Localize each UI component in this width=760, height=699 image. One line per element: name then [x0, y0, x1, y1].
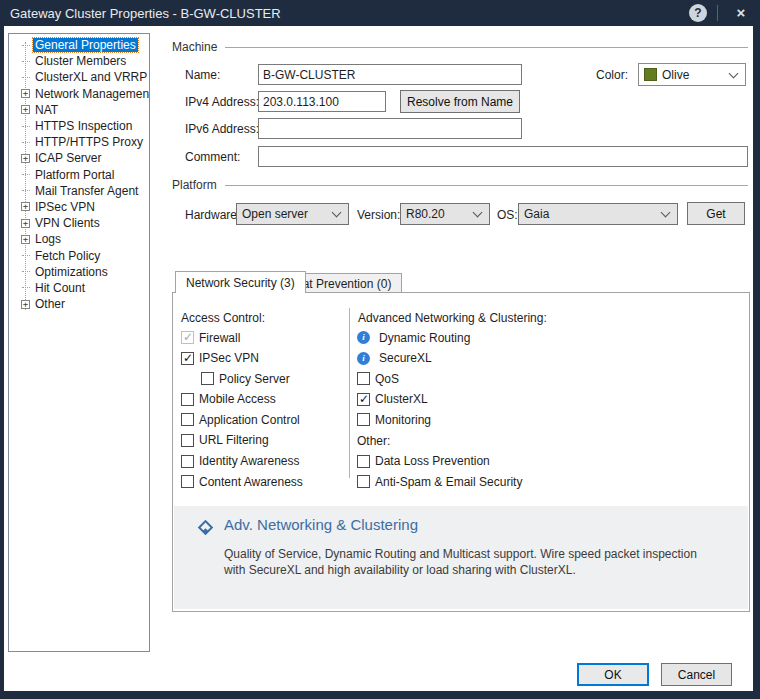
titlebar-divider: [717, 5, 718, 21]
name-input[interactable]: [258, 64, 522, 85]
ipv4-label: IPv4 Address:: [185, 95, 259, 109]
mobile-access-checkbox[interactable]: [181, 393, 194, 406]
tree-item-label: Mail Transfer Agent: [33, 184, 140, 198]
resolve-from-name-button[interactable]: Resolve from Name: [400, 90, 520, 113]
tree-item-https-inspection[interactable]: HTTPS Inspection: [9, 118, 149, 134]
tree-item-mail-transfer-agent[interactable]: Mail Transfer Agent: [9, 183, 149, 199]
color-label: Color:: [596, 68, 628, 82]
tree-connector: [22, 142, 30, 143]
gateway-cluster-properties-dialog: Gateway Cluster Properties - B-GW-CLUSTE…: [0, 0, 760, 699]
platform-group-header: Platform: [172, 178, 748, 192]
tree-item-general-properties[interactable]: General Properties: [9, 37, 149, 53]
tree-item-other[interactable]: +Other: [9, 296, 149, 312]
expand-icon[interactable]: +: [21, 105, 30, 114]
tree-item-label: General Properties: [33, 38, 138, 52]
feature-row-application-control: Application Control: [181, 413, 303, 426]
feature-row-dynamic-routing: iDynamic Routing: [357, 331, 522, 344]
feature-row-mobile-access: Mobile Access: [181, 393, 303, 406]
tree-item-cluster-members[interactable]: Cluster Members: [9, 53, 149, 69]
tree-item-vpn-clients[interactable]: +VPN Clients: [9, 215, 149, 231]
application-control-checkbox[interactable]: [181, 413, 194, 426]
version-dropdown[interactable]: R80.20: [400, 203, 490, 225]
tree-item-ipsec-vpn[interactable]: +IPSec VPN: [9, 199, 149, 215]
os-dropdown[interactable]: Gaia: [518, 203, 678, 225]
ipv4-input[interactable]: [258, 91, 386, 112]
tree-item-clusterxl-and-vrrp[interactable]: ClusterXL and VRRP: [9, 69, 149, 85]
hardware-dropdown[interactable]: Open server: [236, 203, 349, 225]
expand-icon[interactable]: +: [21, 235, 30, 244]
tree-item-optimizations[interactable]: Optimizations: [9, 264, 149, 280]
hardware-label: Hardware:: [185, 208, 240, 222]
tree-item-label: IPSec VPN: [33, 200, 97, 214]
platform-group-label: Platform: [172, 178, 217, 192]
comment-input[interactable]: [258, 146, 748, 167]
content-awareness-checkbox[interactable]: [181, 475, 194, 488]
info-icon[interactable]: i: [357, 331, 370, 344]
expand-icon[interactable]: +: [21, 89, 30, 98]
tree-item-platform-portal[interactable]: Platform Portal: [9, 167, 149, 183]
anti-spam-email-security-checkbox[interactable]: [357, 475, 370, 488]
chevron-down-icon: [661, 208, 671, 218]
advanced-clustering-heading: Advanced Networking & Clustering:: [358, 311, 547, 325]
info-icon[interactable]: i: [357, 352, 370, 365]
navigation-tree: General PropertiesCluster MembersCluster…: [9, 34, 149, 312]
tree-connector: [22, 190, 30, 191]
ipv6-input[interactable]: [258, 118, 522, 139]
os-label: OS:: [497, 208, 518, 222]
feature-row-monitoring: Monitoring: [357, 413, 522, 426]
get-button[interactable]: Get: [687, 202, 745, 225]
expand-icon[interactable]: +: [21, 219, 30, 228]
os-value: Gaia: [524, 207, 658, 221]
feature-label: IPSec VPN: [199, 351, 259, 365]
navigation-tree-panel: General PropertiesCluster MembersCluster…: [8, 33, 150, 652]
tab-network-security[interactable]: Network Security (3): [175, 271, 306, 293]
other-heading: Other:: [357, 434, 522, 447]
tree-connector: [22, 255, 30, 256]
tree-connector: [22, 45, 30, 46]
url-filtering-checkbox[interactable]: [181, 434, 194, 447]
feature-row-policy-server: Policy Server: [201, 372, 303, 385]
feature-label: ClusterXL: [375, 392, 428, 406]
feature-label: Application Control: [199, 413, 300, 427]
feature-row-identity-awareness: Identity Awareness: [181, 455, 303, 468]
feature-label: Anti-Spam & Email Security: [375, 475, 522, 489]
policy-server-checkbox[interactable]: [201, 372, 214, 385]
tree-item-icap-server[interactable]: +ICAP Server: [9, 150, 149, 166]
chevron-down-icon: [332, 208, 342, 218]
machine-group-label: Machine: [172, 40, 217, 54]
monitoring-checkbox[interactable]: [357, 413, 370, 426]
expand-icon[interactable]: +: [21, 300, 30, 309]
tree-item-label: VPN Clients: [33, 216, 102, 230]
feature-row-qos: QoS: [357, 372, 522, 385]
ok-button[interactable]: OK: [577, 663, 649, 686]
close-icon[interactable]: ×: [728, 2, 754, 24]
tree-item-nat[interactable]: +NAT: [9, 102, 149, 118]
help-icon[interactable]: ?: [689, 4, 707, 22]
cancel-button[interactable]: Cancel: [661, 663, 732, 686]
color-dropdown[interactable]: Olive: [638, 63, 746, 86]
feature-row-url-filtering: URL Filtering: [181, 434, 303, 447]
tree-item-http-https-proxy[interactable]: HTTP/HTTPS Proxy: [9, 134, 149, 150]
identity-awareness-checkbox[interactable]: [181, 455, 194, 468]
advanced-clustering-list: iDynamic RoutingiSecureXLQoSClusterXLMon…: [357, 331, 522, 496]
tree-item-network-management[interactable]: +Network Management: [9, 86, 149, 102]
qos-checkbox[interactable]: [357, 372, 370, 385]
expand-icon[interactable]: +: [21, 202, 30, 211]
expand-icon[interactable]: +: [21, 154, 30, 163]
feature-row-ipsec-vpn: IPSec VPN: [181, 352, 303, 365]
ipsec-vpn-checkbox[interactable]: [181, 352, 194, 365]
feature-label: QoS: [375, 372, 399, 386]
feature-label: Firewall: [199, 331, 240, 345]
tree-item-fetch-policy[interactable]: Fetch Policy: [9, 247, 149, 263]
data-loss-prevention-checkbox[interactable]: [357, 455, 370, 468]
chevron-down-icon: [729, 68, 739, 78]
version-value: R80.20: [406, 207, 470, 221]
clusterxl-checkbox[interactable]: [357, 393, 370, 406]
tree-item-logs[interactable]: +Logs: [9, 231, 149, 247]
tree-connector: [22, 174, 30, 175]
tree-item-label: HTTPS Inspection: [33, 119, 134, 133]
group-divider-line: [225, 47, 748, 48]
tree-item-hit-count[interactable]: Hit Count: [9, 280, 149, 296]
feature-row-content-awareness: Content Awareness: [181, 475, 303, 488]
group-divider-line: [225, 185, 748, 186]
